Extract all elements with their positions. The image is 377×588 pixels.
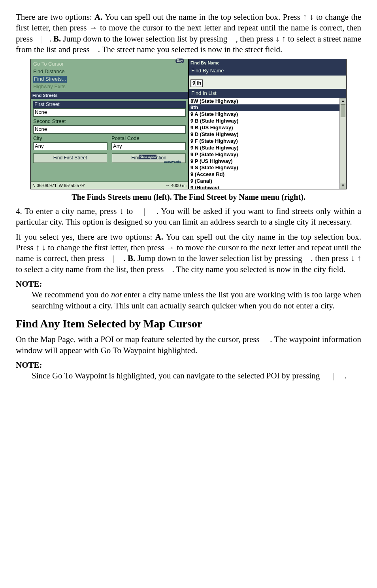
p4-sep: | bbox=[144, 206, 145, 216]
menu-item-streets[interactable]: Find Streets... bbox=[33, 76, 67, 83]
note2-label: NOTE: bbox=[16, 360, 361, 371]
findbyname-header: Find By Name bbox=[189, 66, 346, 76]
note2-body: Since Go To Waypoint is highlighted, you… bbox=[32, 371, 361, 381]
scrollbar[interactable]: ▲ ▼ bbox=[339, 98, 346, 189]
paragraph-5: If you select yes, there are two options… bbox=[16, 232, 361, 275]
p5c: . bbox=[123, 253, 128, 263]
map-menu: Bay Go To Cursor Find Distance Find Stre… bbox=[31, 59, 188, 92]
list-item[interactable]: 9th bbox=[189, 104, 346, 111]
p5d: Jump down to the lower selection list by… bbox=[138, 253, 305, 263]
intro-c: Jump down to the lower selection list by… bbox=[63, 34, 230, 43]
list-item[interactable]: 9 S (State Highway) bbox=[189, 164, 346, 171]
postal-label: Postal Code bbox=[111, 135, 186, 142]
first-street-label: First Street bbox=[33, 101, 186, 108]
input-cursor: 9 bbox=[192, 79, 196, 86]
map-label-nicaragua: Nicaragua bbox=[139, 155, 156, 159]
list-item[interactable]: 9 P (State Highway) bbox=[189, 151, 346, 158]
note1-a: We recommend you do bbox=[32, 290, 111, 299]
label-b: B. bbox=[53, 34, 61, 43]
result-list[interactable]: 8W (State Highway)9th9 A (State Highway)… bbox=[189, 98, 346, 189]
find-streets-form: First Street None Second Street None Cit… bbox=[31, 99, 188, 182]
status-coords: N 36°08.971' W 95°50.579' bbox=[32, 183, 85, 188]
first-street-input[interactable]: None bbox=[33, 108, 186, 117]
city-label: City bbox=[33, 135, 107, 142]
findbyname-titlebar: Find By Name bbox=[189, 59, 346, 66]
note1-label: NOTE: bbox=[16, 279, 361, 289]
scroll-up-icon[interactable]: ▲ bbox=[340, 98, 346, 104]
list-item[interactable]: 9 D (State Highway) bbox=[189, 131, 346, 138]
postal-input[interactable]: Any bbox=[111, 142, 186, 151]
figures-row: Bay Go To Cursor Find Distance Find Stre… bbox=[16, 59, 361, 189]
list-item[interactable]: 9 P (US Highway) bbox=[189, 158, 346, 165]
p5f: . The city name you selected is now in t… bbox=[172, 265, 345, 274]
map-label-venezuela: Venezeula bbox=[164, 160, 181, 165]
p5-sep1: | bbox=[113, 253, 115, 263]
menu-item-cursor[interactable]: Go To Cursor bbox=[33, 61, 186, 68]
scroll-thumb[interactable] bbox=[341, 104, 345, 117]
menu-item-distance[interactable]: Find Distance bbox=[33, 68, 186, 76]
status-bar: N 36°08.971' W 95°50.579' ↔ 4000 mi bbox=[31, 182, 188, 189]
note1-body: We recommend you do not enter a city nam… bbox=[32, 289, 361, 311]
list-item[interactable]: 9 A (State Highway) bbox=[189, 111, 346, 118]
label-a: A. bbox=[94, 12, 102, 22]
paragraph-6: On the Map Page, with a POI or map featu… bbox=[16, 334, 361, 356]
sep: | bbox=[41, 34, 43, 43]
intro-e: . The street name you selected is now in… bbox=[98, 45, 283, 54]
list-item[interactable]: 9 B (US Highway) bbox=[189, 125, 346, 131]
findinlist-header: Find In List bbox=[189, 89, 346, 98]
list-item[interactable]: 9 B (State Highway) bbox=[189, 118, 346, 125]
p5a: If you select yes, there are two options… bbox=[16, 232, 155, 242]
intro-a: There are two options: bbox=[16, 12, 94, 22]
second-street-label: Second Street bbox=[33, 118, 186, 125]
find-first-street-button[interactable]: Find First Street bbox=[33, 153, 107, 163]
input-rest: th bbox=[196, 80, 201, 86]
list-item[interactable]: 9 (Access Rd) bbox=[189, 171, 346, 178]
intro-paragraph: There are two options: A. You can spell … bbox=[16, 12, 361, 55]
p5-boldB: B. bbox=[128, 253, 135, 263]
findbyname-input[interactable]: 9th bbox=[190, 79, 203, 87]
second-street-input[interactable]: None bbox=[33, 125, 186, 134]
section-heading: Find Any Item Selected by Map Cursor bbox=[16, 317, 361, 331]
p5-boldA: A. bbox=[155, 232, 163, 242]
figure-caption: The Finds Streets menu (left). The Find … bbox=[16, 192, 361, 202]
list-item[interactable]: 9 F (State Highway) bbox=[189, 138, 346, 145]
findbyname-input-row: 9th bbox=[189, 76, 346, 89]
scroll-down-icon[interactable]: ▼ bbox=[340, 183, 346, 189]
paragraph-4: 4. To enter a city name, press ↓ to | . … bbox=[16, 206, 361, 228]
bay-chip: Bay bbox=[175, 59, 184, 63]
find-streets-header: Find Streets bbox=[31, 92, 188, 99]
right-figure: Find By Name Find By Name 9th Find In Li… bbox=[188, 59, 347, 189]
menu-item-exits[interactable]: Highway Exits bbox=[33, 83, 186, 91]
note1-i: not bbox=[111, 290, 122, 299]
list-item[interactable]: 8W (State Highway) bbox=[189, 98, 346, 105]
city-input[interactable]: Any bbox=[33, 142, 107, 151]
status-scale: ↔ 4000 mi bbox=[166, 183, 187, 188]
p4a: 4. To enter a city name, press ↓ to bbox=[16, 206, 136, 216]
list-item[interactable]: 9 (Highway) bbox=[189, 185, 346, 189]
list-item[interactable]: 9 N (State Highway) bbox=[189, 145, 346, 151]
left-figure: Bay Go To Cursor Find Distance Find Stre… bbox=[30, 59, 188, 189]
list-item[interactable]: 9 (Canal) bbox=[189, 178, 346, 185]
